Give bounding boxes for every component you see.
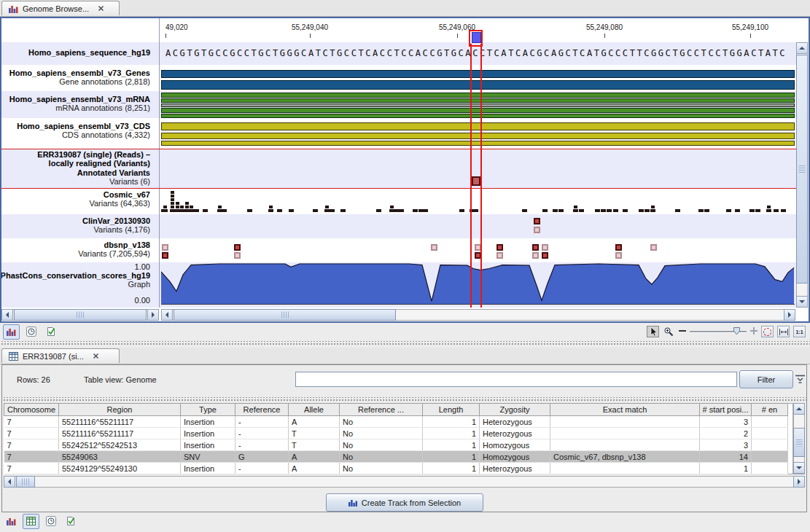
table-cell[interactable]: 7 [4,416,59,428]
cosmic-variant-mark[interactable] [185,206,189,208]
table-hscroll-right[interactable] [793,476,805,488]
table-cell[interactable]: 55249129^55249130 [59,463,181,474]
table-cell[interactable]: A [289,451,340,463]
cosmic-variant-mark[interactable] [767,206,771,208]
cosmic-variant-mark[interactable] [171,191,174,194]
cosmic-variant-mark[interactable] [542,209,548,212]
table-cell[interactable]: No [340,439,423,451]
table-cell[interactable]: Insertion [181,428,235,439]
cosmic-variant-mark[interactable] [325,206,329,208]
table-cell[interactable]: - [235,428,289,439]
table-cell[interactable]: 7 [4,451,59,463]
cosmic-variant-mark[interactable] [607,209,612,212]
history-view-button[interactable] [42,514,59,529]
dbsnp-variant-marker[interactable] [431,244,437,251]
clinvar-variant-marker[interactable] [534,227,540,233]
track-label-phastcons[interactable]: 1.00 PhastCons_conservation_scores_hg19 … [1,262,155,308]
table-cell[interactable]: 55249063 [59,451,181,463]
track-view-button[interactable] [3,514,20,529]
table-cell[interactable]: 1 [423,439,480,451]
table-hscroll-left[interactable] [4,476,15,488]
cosmic-variant-mark[interactable] [194,209,199,212]
cosmic-variant-mark[interactable] [176,202,179,205]
label-hscroll-right[interactable] [147,309,159,321]
cosmic-variant-mark[interactable] [399,209,404,212]
cosmic-variant-mark[interactable] [313,209,318,212]
table-hscrollbar[interactable] [4,476,805,488]
table-row[interactable]: 755242512^55242513Insertion-TNo1Homozygo… [4,439,788,451]
cosmic-variant-mark[interactable] [574,206,577,208]
track-hscroll-thumb[interactable] [174,309,396,321]
dbsnp-variant-marker[interactable] [162,244,168,251]
dbsnp-variant-marker[interactable] [542,252,548,259]
tab-variant-table[interactable]: ERR319087 (si... [1,348,120,363]
table-cell[interactable] [752,416,788,428]
cosmic-variant-mark[interactable] [324,209,330,212]
selection-tool-button[interactable] [647,326,659,337]
table-row[interactable]: 755249063SNVGANo1HomozygousCosmic_v67, d… [4,451,788,463]
column-header-reference[interactable]: Reference [235,404,289,416]
table-row[interactable]: 755249129^55249130Insertion-ANo1Heterozy… [4,463,788,474]
cosmic-variant-mark[interactable] [390,206,394,208]
advanced-filter-button[interactable] [795,374,806,386]
track-label-mrna[interactable]: Homo_sapiens_ensembl_v73_mRNA mRNA annot… [1,91,155,118]
zoom-in-button[interactable] [750,327,758,336]
zoom-100-button[interactable]: 1:1 [793,326,806,337]
table-cell[interactable] [550,439,700,451]
cosmic-variant-mark[interactable] [222,209,227,212]
close-tab-icon[interactable] [93,353,99,359]
panel-splitter[interactable] [0,341,810,345]
fit-screen-button[interactable] [761,326,774,337]
track-vscroll-up[interactable] [796,42,808,54]
table-vscroll-down[interactable] [793,462,805,474]
cosmic-variant-mark[interactable] [269,206,273,208]
zoom-slider-thumb[interactable] [733,327,740,335]
label-hscroll-thumb[interactable] [14,309,147,321]
history-view-button[interactable] [23,324,39,340]
track-hscroll-right[interactable] [784,309,795,321]
cosmic-variant-mark[interactable] [558,209,564,212]
table-cell[interactable] [752,439,788,451]
table-cell[interactable]: Heterozygous [480,416,550,428]
table-cell[interactable]: 1 [423,463,480,474]
cosmic-variant-mark[interactable] [171,195,174,197]
table-cell[interactable]: T [289,439,340,451]
cosmic-variant-mark[interactable] [651,206,655,208]
cosmic-variant-mark[interactable] [423,209,428,212]
table-cell[interactable]: No [340,428,423,439]
cosmic-variant-mark[interactable] [704,209,709,212]
cosmic-variant-mark[interactable] [376,209,381,212]
table-cell[interactable]: T [289,428,340,439]
column-header-chromosome[interactable]: Chromosome [4,404,59,416]
table-cell[interactable]: 55242512^55242513 [59,439,181,451]
table-vscroll-up[interactable] [793,403,805,415]
zoom-out-button[interactable] [679,327,686,336]
table-cell[interactable]: Heterozygous [480,428,550,439]
track-label-clinvar[interactable]: ClinVar_20130930 Variants (4,176) [1,214,155,238]
column-header-length[interactable]: Length [423,404,480,416]
dbsnp-variant-marker[interactable] [532,244,539,251]
fit-width-button[interactable] [777,326,790,337]
cosmic-variant-mark[interactable] [163,206,167,208]
table-cell[interactable]: 7 [4,463,59,474]
column-header-zygosity[interactable]: Zygosity [480,404,550,416]
column-header-start-posi[interactable]: # start posi... [700,404,752,416]
column-header-reference[interactable]: Reference ... [340,404,423,416]
track-label-cosmic[interactable]: Cosmic_v67 Variants (64,363) [1,188,155,214]
table-cell[interactable]: 7 [4,428,59,439]
cosmic-variant-mark[interactable] [749,209,755,212]
table-row[interactable]: 755211116^55211117Insertion-ANo1Heterozy… [4,416,788,428]
column-header-type[interactable]: Type [181,404,235,416]
table-cell[interactable]: A [289,463,340,474]
create-track-button[interactable]: Create Track from Selection [326,493,483,512]
cosmic-variant-mark[interactable] [781,209,786,212]
cosmic-variant-mark[interactable] [289,209,294,212]
cosmic-variant-mark[interactable] [180,206,184,208]
cosmic-variant-mark[interactable] [522,209,527,212]
cosmic-variant-mark[interactable] [171,198,174,201]
cosmic-variant-mark[interactable] [340,209,346,212]
table-splitter[interactable] [2,397,806,401]
cosmic-variant-mark[interactable] [698,209,704,212]
cosmic-variant-mark[interactable] [766,209,771,212]
table-cell[interactable]: - [235,416,289,428]
